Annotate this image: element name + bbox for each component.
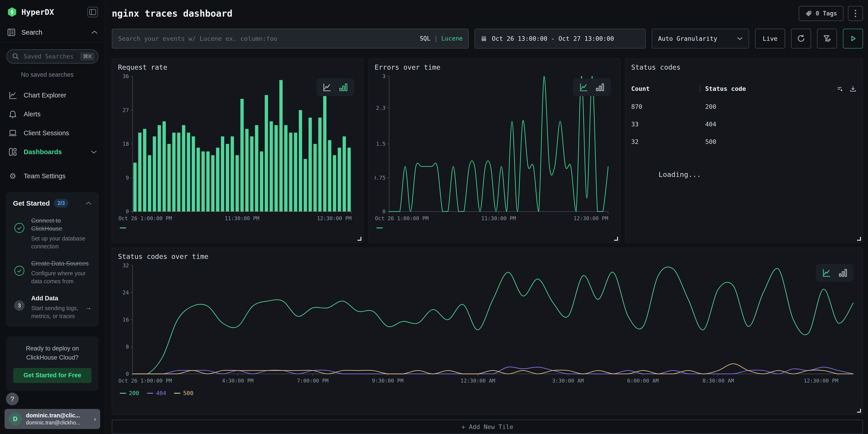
column-header-count[interactable]: Count: [631, 85, 700, 92]
column-header-status-code[interactable]: Status code: [700, 85, 836, 92]
user-name: dominic.tran@clic...: [26, 412, 90, 419]
sidebar: HyperDX Search ⌘K No saved searches Char…: [0, 0, 105, 434]
user-email: dominic.tran@clickho...: [26, 420, 90, 426]
step-create-data-sources[interactable]: Create Data Sources Configure where your…: [13, 259, 92, 285]
tags-button[interactable]: 0 Tags: [799, 6, 843, 21]
sidebar-item-dashboards[interactable]: Dashboards: [6, 144, 98, 160]
svg-text:Oct 26 1:00:00 PM: Oct 26 1:00:00 PM: [118, 215, 172, 221]
tags-label: 0 Tags: [816, 10, 837, 17]
user-menu[interactable]: D dominic.tran@clic... dominic.tran@clic…: [5, 409, 100, 429]
sidebar-item-team-settings[interactable]: ⚙ Team Settings: [6, 168, 98, 184]
sidebar-item-client-sessions[interactable]: Client Sessions: [6, 125, 98, 141]
filter-edit-icon: [823, 34, 832, 43]
step-add-data[interactable]: 3 Add Data Start sending logs, metrics, …: [13, 294, 92, 320]
bar-chart-toggle-icon[interactable]: [838, 268, 848, 278]
bar-chart-toggle-icon[interactable]: [595, 83, 605, 92]
step-connect-clickhouse[interactable]: Connect to ClickHouse Set up your databa…: [13, 217, 92, 250]
svg-text:11:30:00 PM: 11:30:00 PM: [225, 215, 259, 221]
dashboard-menu-button[interactable]: [848, 6, 863, 21]
date-range-picker[interactable]: Oct 26 13:00:00 - Oct 27 13:00:00: [474, 29, 646, 49]
granularity-select[interactable]: Auto Granularity: [652, 29, 749, 49]
step-desc: Set up your database connection: [31, 235, 92, 250]
refresh-button[interactable]: [791, 29, 811, 49]
get-started-free-button[interactable]: Get Started for Free: [13, 368, 92, 383]
panel-title: Errors over time: [375, 63, 614, 71]
table-row[interactable]: 32500: [631, 138, 857, 145]
collapse-sidebar-button[interactable]: [87, 7, 98, 17]
get-started-title: Get Started: [13, 199, 50, 207]
legend-label: 200: [129, 390, 139, 396]
chevron-up-icon: [91, 30, 98, 34]
legend-dash-icon: [174, 393, 180, 394]
sql-toggle[interactable]: SQL: [420, 35, 430, 42]
svg-text:2.3: 2.3: [376, 105, 385, 111]
live-button[interactable]: Live: [755, 29, 785, 49]
bell-icon: [8, 109, 18, 119]
download-icon[interactable]: [849, 85, 857, 93]
get-started-progress-badge: 2/3: [54, 199, 68, 208]
table-cell: 404: [700, 121, 857, 128]
svg-text:12:30:00 PM: 12:30:00 PM: [574, 215, 608, 221]
table-cell: 33: [631, 121, 700, 128]
line-chart-toggle-icon[interactable]: [322, 83, 332, 92]
legend-item[interactable]: 200: [120, 390, 139, 396]
saved-searches-search[interactable]: ⌘K: [6, 50, 98, 64]
sidebar-item-label: Dashboards: [24, 148, 85, 156]
filter-button[interactable]: [817, 29, 837, 49]
svg-text:1.5: 1.5: [376, 141, 385, 147]
search-icon: [12, 53, 20, 60]
dashboard-row-2: Status codes over time 08162432Oct 26 1:…: [112, 248, 863, 414]
svg-text:0: 0: [382, 209, 385, 215]
svg-text:Oct 26 1:00:00 PM: Oct 26 1:00:00 PM: [118, 378, 172, 384]
sidebar-item-alerts[interactable]: Alerts: [6, 106, 98, 123]
refresh-icon: [797, 34, 806, 43]
step-number-badge: 3: [14, 300, 25, 311]
get-started-card: Get Started 2/3 Connect to ClickHouse Se…: [6, 193, 98, 326]
panel-title: Status codes over time: [118, 252, 857, 260]
table-cell: 200: [700, 103, 857, 110]
shortcut-badge: ⌘K: [80, 52, 95, 61]
legend-dash-icon: [147, 393, 153, 394]
sort-icon[interactable]: [836, 85, 844, 93]
sidebar-section-search[interactable]: Search: [0, 24, 105, 42]
sidebar-nav: Chart Explorer Alerts Client Sessions Da…: [6, 87, 98, 184]
line-chart-toggle-icon[interactable]: [822, 268, 831, 278]
chevron-down-icon: [737, 37, 743, 40]
sidebar-item-label: Alerts: [24, 111, 97, 118]
dashboard-row-1: Request rate 09182736Oct 26 1:00:00 PM11…: [112, 59, 863, 243]
search-section-label: Search: [22, 29, 86, 36]
add-new-tile-button[interactable]: + Add New Tile: [112, 420, 863, 434]
run-query-button[interactable]: [843, 29, 863, 49]
line-chart-toggle-icon[interactable]: [579, 83, 588, 92]
table-cell: 870: [631, 103, 700, 110]
check-circle-icon: [14, 266, 25, 276]
sidebar-item-chart-explorer[interactable]: Chart Explorer: [6, 87, 98, 103]
svg-text:32: 32: [123, 262, 129, 269]
svg-text:36: 36: [123, 73, 129, 79]
granularity-value: Auto Granularity: [658, 35, 717, 42]
loading-text: Loading...: [658, 170, 857, 179]
bar-chart-toggle-icon[interactable]: [339, 83, 348, 92]
step-title: Connect to ClickHouse: [31, 217, 92, 233]
event-search-input[interactable]: [118, 35, 420, 42]
toggle-divider: |: [434, 35, 438, 42]
legend-item[interactable]: 404: [147, 390, 166, 396]
status-codes-panel: Status codes Count Status code 870200334…: [625, 59, 863, 243]
sidebar-bottom: ? D dominic.tran@clic... dominic.tran@cl…: [0, 393, 105, 434]
errors-over-time-panel: Errors over time 00.751.52.33Oct 26 1:00…: [368, 59, 620, 243]
tag-icon: [805, 10, 812, 17]
lucene-toggle[interactable]: Lucene: [441, 35, 463, 42]
legend-item[interactable]: 500: [174, 390, 193, 396]
help-button[interactable]: ?: [6, 393, 19, 405]
svg-text:12:30:00 AM: 12:30:00 AM: [460, 378, 495, 384]
step-title: Add Data: [31, 294, 79, 302]
chart-legend: [376, 227, 614, 228]
get-started-header[interactable]: Get Started 2/3: [13, 199, 92, 208]
logo-row: HyperDX: [0, 0, 105, 24]
table-row[interactable]: 870200: [631, 103, 857, 110]
table-row[interactable]: 33404: [631, 121, 857, 128]
sidebar-item-label: Client Sessions: [24, 129, 97, 137]
sidebar-item-label: Team Settings: [24, 173, 97, 180]
dashboards-icon: [8, 147, 18, 157]
saved-searches-input[interactable]: [23, 53, 80, 60]
